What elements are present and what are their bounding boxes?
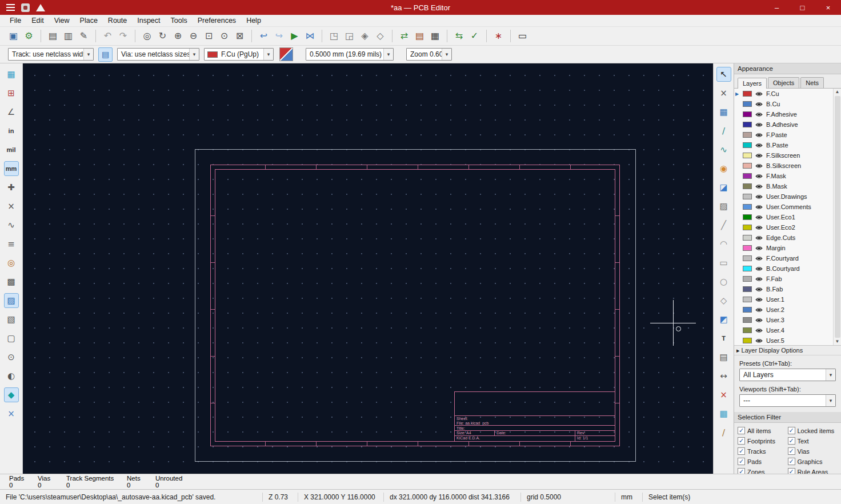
net-names-icon[interactable]: ⊙ — [4, 350, 19, 365]
visibility-eye-icon[interactable] — [755, 307, 763, 313]
page-settings-icon[interactable]: ▤ — [45, 29, 61, 44]
layer-color-swatch[interactable] — [743, 276, 752, 282]
active-layer-select[interactable]: F.Cu (PgUp) ▾ — [204, 48, 274, 61]
User.2[interactable]: User.2 — [734, 305, 833, 315]
ratsnest-visibility-icon[interactable]: × — [4, 199, 19, 214]
Margin[interactable]: Margin — [734, 243, 833, 253]
scroll-down-icon[interactable]: ▼ — [835, 339, 840, 345]
high-contrast-icon[interactable]: ◐ — [4, 369, 19, 383]
visibility-eye-icon[interactable] — [755, 132, 763, 138]
User.Comments[interactable]: User.Comments — [734, 202, 833, 212]
visibility-eye-icon[interactable] — [755, 225, 763, 231]
filter-checkbox[interactable]: Footprints — [738, 437, 788, 445]
layer-color-swatch[interactable] — [743, 204, 752, 210]
F.Courtyard[interactable]: F.Courtyard — [734, 253, 833, 263]
Edge.Cuts[interactable]: Edge.Cuts — [734, 233, 833, 243]
grid-override-icon[interactable]: ⊞ — [4, 86, 19, 101]
F.Cu[interactable]: F.Cu — [734, 89, 833, 99]
F.Adhesive[interactable]: F.Adhesive — [734, 109, 833, 119]
print-icon[interactable]: ▥ — [61, 29, 76, 44]
User.Eco1[interactable]: User.Eco1 — [734, 212, 833, 222]
layer-color-swatch[interactable] — [743, 183, 752, 189]
layer-color-swatch[interactable] — [743, 153, 752, 158]
B.Adhesive[interactable]: B.Adhesive — [734, 119, 833, 130]
layer-color-swatch[interactable] — [743, 91, 752, 97]
via-display-mode-icon[interactable]: ◎ — [4, 255, 19, 270]
zoom-fit-icon[interactable]: ⊡ — [201, 29, 217, 44]
visibility-eye-icon[interactable] — [755, 338, 763, 344]
zone-tool-icon[interactable]: ◪ — [716, 180, 731, 195]
visibility-eye-icon[interactable] — [755, 286, 763, 293]
visibility-eye-icon[interactable] — [755, 122, 763, 128]
zone-display-outline-icon[interactable]: ▧ — [4, 312, 19, 327]
layer-color-swatch[interactable] — [743, 327, 752, 333]
User.Drawings[interactable]: User.Drawings — [734, 191, 833, 202]
F.Silkscreen[interactable]: F.Silkscreen — [734, 150, 833, 161]
flip-board-view-icon[interactable]: ▶ — [287, 29, 302, 44]
arc-tool-icon[interactable]: ◠ — [716, 237, 731, 251]
update-from-schematic-icon[interactable]: ⇆ — [451, 29, 467, 44]
redo-icon[interactable]: ↷ — [115, 29, 131, 44]
curved-ratsnest-icon[interactable]: ∿ — [4, 218, 19, 233]
local-ratsnest-icon[interactable]: × — [716, 86, 731, 101]
track-width-select[interactable]: Track: use netclass width ▾ — [8, 48, 94, 61]
hamburger-menu-icon[interactable] — [6, 4, 15, 11]
visibility-eye-icon[interactable] — [755, 204, 763, 210]
menu-item[interactable]: View — [49, 15, 75, 26]
layer-color-swatch[interactable] — [743, 214, 752, 220]
visibility-eye-icon[interactable] — [755, 111, 763, 118]
textbox-tool-icon[interactable]: ▤ — [716, 350, 731, 365]
visibility-eye-icon[interactable] — [755, 317, 763, 323]
auto-track-width-toggle[interactable]: ▤ — [98, 47, 113, 62]
group-icon[interactable]: ◳ — [326, 29, 342, 44]
B.Paste[interactable]: B.Paste — [734, 140, 833, 150]
visibility-eye-icon[interactable] — [755, 266, 763, 272]
cursor-shape-icon[interactable]: ✚ — [4, 180, 19, 195]
layer-color-swatch[interactable] — [743, 266, 752, 271]
menu-item[interactable]: File — [5, 15, 26, 26]
via-size-select[interactable]: Via: use netclass sizes ▾ — [117, 48, 199, 61]
rectangle-tool-icon[interactable]: ▭ — [716, 255, 731, 270]
undo-icon[interactable]: ↶ — [100, 29, 115, 44]
menu-item[interactable]: Help — [241, 15, 266, 26]
zoom-in-icon[interactable]: ⊕ — [170, 29, 186, 44]
visibility-eye-icon[interactable] — [755, 297, 763, 303]
layer-color-swatch[interactable] — [743, 255, 752, 261]
zoom-selection-icon[interactable]: ⊠ — [232, 29, 247, 44]
appearance-tab[interactable]: Objects — [768, 77, 799, 88]
route-tracks-icon[interactable]: ∕ — [716, 123, 731, 138]
pad-display-mode-icon[interactable]: ▩ — [4, 274, 19, 289]
visibility-eye-icon[interactable] — [755, 245, 763, 251]
lock-icon[interactable]: ◈ — [357, 29, 373, 44]
text-tool-icon[interactable]: T — [716, 331, 731, 346]
F.Mask[interactable]: F.Mask — [734, 171, 833, 181]
menu-item[interactable]: Edit — [26, 15, 49, 26]
layer-color-swatch[interactable] — [743, 317, 752, 323]
appearance-tab[interactable]: Nets — [800, 77, 824, 88]
layer-color-swatch[interactable] — [743, 194, 752, 199]
net-inspector-icon[interactable]: ∗ — [491, 29, 506, 44]
wrench-icon[interactable]: × — [4, 406, 19, 421]
layer-color-swatch[interactable] — [743, 173, 752, 179]
polar-coords-icon[interactable]: ∠ — [4, 105, 19, 119]
via-tool-icon[interactable]: ◉ — [716, 161, 731, 176]
zone-display-hide-icon[interactable]: ▢ — [4, 331, 19, 346]
close-button[interactable]: × — [815, 0, 841, 15]
layer-color-swatch[interactable] — [743, 163, 752, 169]
layer-color-swatch[interactable] — [743, 225, 752, 230]
zone-display-fill-icon[interactable]: ▨ — [4, 293, 19, 308]
User.3[interactable]: User.3 — [734, 315, 833, 325]
units-inches-button[interactable]: in — [4, 123, 19, 138]
footprint-browser-icon[interactable]: ▤ — [412, 29, 427, 44]
dimension-tool-icon[interactable]: ↔ — [716, 369, 731, 383]
layer-color-swatch[interactable] — [743, 132, 752, 138]
grid-origin-icon[interactable]: ▦ — [716, 406, 731, 421]
F.Paste[interactable]: F.Paste — [734, 130, 833, 140]
filter-checkbox[interactable]: All items — [738, 427, 788, 434]
menu-item[interactable]: Route — [103, 15, 132, 26]
scroll-up-icon[interactable]: ▲ — [835, 89, 840, 95]
visibility-eye-icon[interactable] — [755, 214, 763, 221]
visibility-eye-icon[interactable] — [755, 163, 763, 169]
B.Mask[interactable]: B.Mask — [734, 181, 833, 191]
appearance-tab[interactable]: Layers — [738, 78, 767, 89]
